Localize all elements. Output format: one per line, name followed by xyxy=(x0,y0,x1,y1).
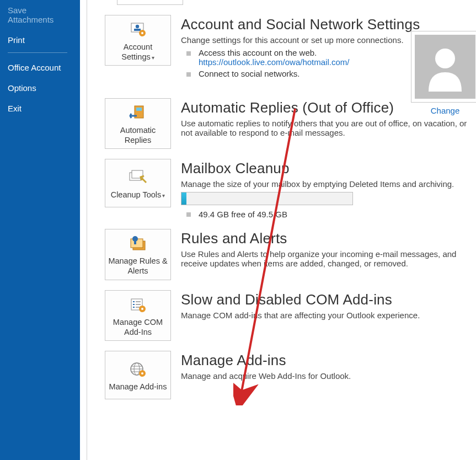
avatar-frame xyxy=(411,31,476,103)
sidebar-item-print[interactable]: Print xyxy=(0,30,80,50)
automatic-replies-tile[interactable]: Automatic Replies xyxy=(105,98,171,149)
svg-point-20 xyxy=(141,372,143,375)
svg-point-4 xyxy=(141,32,143,34)
tile-label: Cleanup Tools▾ xyxy=(111,190,165,200)
storage-progress xyxy=(181,192,353,205)
tile-label: Manage Add-ins xyxy=(109,382,167,392)
avatar-change-link[interactable]: Change xyxy=(411,106,476,115)
svg-point-5 xyxy=(435,49,455,68)
account-settings-icon xyxy=(128,20,148,40)
addins-heading: Manage Add-ins xyxy=(181,352,476,369)
comaddins-heading: Slow and Disabled COM Add-ins xyxy=(181,291,476,308)
svg-rect-13 xyxy=(134,241,136,244)
storage-free-text: 49.4 GB free of 49.5 GB xyxy=(181,210,476,219)
svg-rect-2 xyxy=(134,29,141,31)
cleanup-tools-tile[interactable]: Cleanup Tools▾ xyxy=(105,159,171,207)
manage-addins-icon xyxy=(128,360,148,379)
sidebar-item-exit[interactable]: Exit xyxy=(0,98,80,119)
sidebar-separator xyxy=(8,52,67,53)
sidebar-item-save-attachments[interactable]: Save Attachments xyxy=(0,0,80,30)
svg-point-16 xyxy=(141,308,143,310)
tile-label: Manage Rules & Alerts xyxy=(108,256,168,276)
tile-label: Manage COM Add-Ins xyxy=(108,317,168,337)
sidebar: Save Attachments Print Office Account Op… xyxy=(0,0,80,460)
rules-alerts-icon xyxy=(127,234,148,254)
svg-point-1 xyxy=(136,25,139,28)
cleanup-desc: Manage the size of your mailbox by empty… xyxy=(181,179,476,189)
com-addins-tile[interactable]: Manage COM Add-Ins xyxy=(105,290,171,341)
manage-addins-tile[interactable]: Manage Add-ins xyxy=(105,351,171,399)
account-settings-tile[interactable]: Account Settings▾ xyxy=(105,15,171,66)
sidebar-item-office-account[interactable]: Office Account xyxy=(0,57,80,78)
avatar-block: Change xyxy=(411,31,476,115)
add-account-tile-cutoff[interactable] xyxy=(117,0,183,5)
com-addins-icon xyxy=(128,295,148,315)
addins-desc: Manage and acquire Web Add-Ins for Outlo… xyxy=(181,371,476,381)
avatar-placeholder-icon xyxy=(415,35,475,99)
storage-progress-fill xyxy=(181,192,186,205)
sidebar-item-options[interactable]: Options xyxy=(0,78,80,98)
cleanup-heading: Mailbox Cleanup xyxy=(181,160,476,177)
owa-link[interactable]: https://outlook.live.com/owa/hotmail.com… xyxy=(199,57,349,67)
tile-label: Automatic Replies xyxy=(108,125,168,145)
tile-label: Account Settings▾ xyxy=(108,42,168,62)
rules-alerts-tile[interactable]: Manage Rules & Alerts xyxy=(105,229,171,280)
autoreply-desc: Use automatic replies to notify others t… xyxy=(181,119,476,137)
vertical-divider xyxy=(87,0,87,460)
comaddins-desc: Manage COM add-ins that are affecting yo… xyxy=(181,311,476,320)
svg-rect-7 xyxy=(136,108,142,111)
cleanup-tools-icon xyxy=(127,168,148,188)
rules-desc: Use Rules and Alerts to help organize yo… xyxy=(181,249,476,268)
rules-heading: Rules and Alerts xyxy=(181,230,476,247)
automatic-replies-icon xyxy=(128,103,148,123)
svg-point-12 xyxy=(132,236,138,242)
